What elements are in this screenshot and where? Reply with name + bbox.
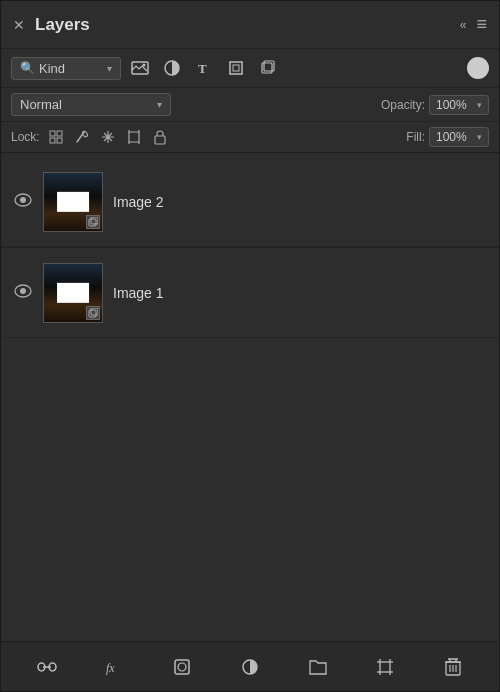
svg-rect-8 — [50, 131, 55, 136]
thumb-mask-rect — [57, 282, 89, 302]
layer-thumbnail — [43, 172, 103, 232]
panel-title: Layers — [35, 15, 90, 35]
fill-group: Fill: 100% ▾ — [406, 127, 489, 147]
layer-item[interactable]: Image 2 — [1, 157, 499, 247]
panel-header-left: ✕ Layers — [13, 15, 90, 35]
panel-menu-icon[interactable]: ≡ — [476, 14, 487, 35]
layer-item[interactable]: Image 1 — [1, 248, 499, 338]
filter-adjustment-icon[interactable] — [159, 55, 185, 81]
delete-layer-button[interactable] — [439, 653, 467, 681]
opacity-label: Opacity: — [381, 98, 425, 112]
svg-point-24 — [20, 288, 26, 294]
svg-text:T: T — [198, 61, 207, 76]
lock-label: Lock: — [11, 130, 40, 144]
blend-mode-dropdown[interactable]: Normal ▾ — [11, 93, 171, 116]
layer-name: Image 1 — [113, 285, 487, 301]
svg-point-31 — [178, 663, 186, 671]
svg-rect-11 — [57, 138, 62, 143]
lock-pixels-icon[interactable] — [46, 127, 66, 147]
layer-thumbnail — [43, 263, 103, 323]
fill-chevron-icon: ▾ — [470, 132, 482, 142]
svg-rect-18 — [155, 136, 165, 144]
svg-rect-10 — [50, 138, 55, 143]
lock-paint-icon[interactable] — [72, 127, 92, 147]
kind-chevron-icon: ▾ — [107, 63, 112, 74]
kind-label: Kind — [39, 61, 103, 76]
svg-rect-5 — [233, 65, 239, 71]
opacity-group: Opacity: 100% ▾ — [381, 95, 489, 115]
fill-value: 100% — [436, 130, 467, 144]
filter-toolbar: 🔍 Kind ▾ T — [1, 49, 499, 88]
search-icon: 🔍 — [20, 61, 35, 75]
opacity-input[interactable]: 100% ▾ — [429, 95, 489, 115]
svg-rect-30 — [175, 660, 189, 674]
layers-panel: ✕ Layers « ≡ 🔍 Kind ▾ — [0, 0, 500, 692]
filter-image-icon[interactable] — [127, 55, 153, 81]
lock-toolbar: Lock: — [1, 122, 499, 153]
svg-rect-13 — [129, 132, 139, 142]
link-layers-button[interactable] — [33, 653, 61, 681]
layer-visibility-icon[interactable] — [13, 284, 33, 302]
opacity-value: 100% — [436, 98, 467, 112]
svg-point-1 — [143, 64, 146, 67]
svg-rect-25 — [89, 310, 96, 317]
create-adjustment-button[interactable] — [236, 653, 264, 681]
blend-mode-label: Normal — [20, 97, 153, 112]
blend-chevron-icon: ▾ — [157, 99, 162, 110]
svg-point-12 — [81, 130, 87, 137]
blend-toolbar: Normal ▾ Opacity: 100% ▾ — [1, 88, 499, 122]
layers-list: Image 2 — [1, 153, 499, 628]
thumb-mask-badge — [86, 306, 100, 320]
fill-input[interactable]: 100% ▾ — [429, 127, 489, 147]
add-fx-button[interactable]: fx — [101, 653, 129, 681]
filter-type-icon[interactable]: T — [191, 55, 217, 81]
close-icon[interactable]: ✕ — [13, 18, 25, 32]
layer-visibility-icon[interactable] — [13, 193, 33, 211]
svg-point-20 — [20, 197, 26, 203]
svg-text:fx: fx — [106, 661, 115, 675]
bottom-toolbar: fx — [1, 641, 499, 691]
lock-move-icon[interactable] — [98, 127, 118, 147]
svg-rect-22 — [91, 217, 98, 224]
collapse-icon[interactable]: « — [460, 18, 467, 32]
resize-handle[interactable]: · · · · · — [1, 628, 499, 641]
kind-dropdown[interactable]: 🔍 Kind ▾ — [11, 57, 121, 80]
svg-rect-9 — [57, 131, 62, 136]
svg-rect-33 — [380, 662, 390, 672]
layer-name: Image 2 — [113, 194, 487, 210]
add-mask-button[interactable] — [168, 653, 196, 681]
thumb-mask-badge — [86, 215, 100, 229]
svg-rect-21 — [89, 219, 96, 226]
opacity-chevron-icon: ▾ — [470, 100, 482, 110]
panel-header: ✕ Layers « ≡ — [1, 1, 499, 49]
thumb-mask-rect — [57, 191, 89, 211]
create-artboard-button[interactable] — [371, 653, 399, 681]
lock-all-icon[interactable] — [150, 127, 170, 147]
filter-toggle-btn[interactable] — [467, 57, 489, 79]
svg-rect-4 — [230, 62, 242, 74]
svg-rect-26 — [91, 308, 98, 315]
filter-smart-icon[interactable] — [255, 55, 281, 81]
create-group-button[interactable] — [304, 653, 332, 681]
lock-artboard-icon[interactable] — [124, 127, 144, 147]
fill-label: Fill: — [406, 130, 425, 144]
filter-shape-icon[interactable] — [223, 55, 249, 81]
